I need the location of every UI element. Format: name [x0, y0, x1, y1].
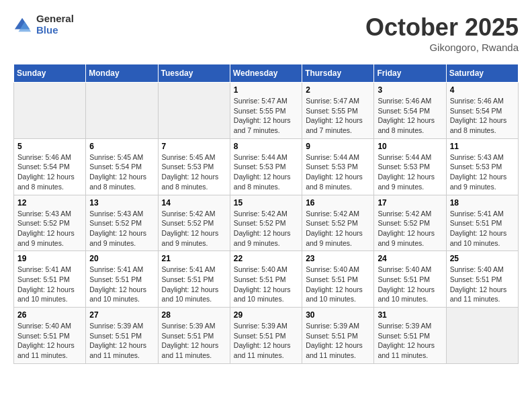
day-number: 16 — [306, 198, 370, 208]
day-info: Sunrise: 5:43 AMSunset: 5:52 PMDaylight:… — [89, 209, 154, 248]
title-block: October 2025 Gikongoro, Rwanda — [365, 13, 519, 53]
weekday-header-thursday: Thursday — [302, 64, 374, 83]
day-number: 8 — [234, 142, 298, 151]
calendar-cell: 19Sunrise: 5:41 AMSunset: 5:51 PMDayligh… — [14, 251, 86, 308]
calendar-cell: 25Sunrise: 5:40 AMSunset: 5:51 PMDayligh… — [446, 251, 518, 308]
calendar-cell: 13Sunrise: 5:43 AMSunset: 5:52 PMDayligh… — [86, 195, 158, 251]
day-number: 24 — [378, 254, 442, 263]
day-number: 9 — [306, 142, 370, 151]
day-number: 17 — [378, 198, 442, 208]
calendar-cell — [14, 83, 86, 139]
day-number: 18 — [450, 198, 515, 208]
day-info: Sunrise: 5:39 AMSunset: 5:51 PMDaylight:… — [234, 321, 298, 361]
calendar-cell: 1Sunrise: 5:47 AMSunset: 5:55 PMDaylight… — [230, 83, 302, 139]
calendar-cell — [446, 308, 518, 364]
calendar-cell: 6Sunrise: 5:45 AMSunset: 5:54 PMDaylight… — [86, 138, 158, 195]
calendar-cell: 26Sunrise: 5:40 AMSunset: 5:51 PMDayligh… — [14, 308, 86, 364]
calendar-cell: 3Sunrise: 5:46 AMSunset: 5:54 PMDaylight… — [374, 83, 446, 139]
weekday-header-wednesday: Wednesday — [230, 64, 302, 83]
day-number: 11 — [450, 142, 515, 151]
calendar-cell: 12Sunrise: 5:43 AMSunset: 5:52 PMDayligh… — [14, 195, 86, 251]
calendar-cell — [158, 83, 230, 139]
calendar-cell: 20Sunrise: 5:41 AMSunset: 5:51 PMDayligh… — [86, 251, 158, 308]
day-info: Sunrise: 5:40 AMSunset: 5:51 PMDaylight:… — [306, 265, 370, 304]
weekday-header-tuesday: Tuesday — [158, 64, 230, 83]
day-info: Sunrise: 5:41 AMSunset: 5:51 PMDaylight:… — [89, 265, 154, 304]
day-info: Sunrise: 5:40 AMSunset: 5:51 PMDaylight:… — [17, 321, 82, 361]
day-info: Sunrise: 5:42 AMSunset: 5:52 PMDaylight:… — [378, 209, 442, 248]
calendar-cell: 11Sunrise: 5:43 AMSunset: 5:53 PMDayligh… — [446, 138, 518, 195]
logo-blue: Blue — [36, 25, 74, 36]
week-row-1: 1Sunrise: 5:47 AMSunset: 5:55 PMDaylight… — [14, 83, 519, 139]
day-number: 13 — [89, 198, 154, 208]
day-info: Sunrise: 5:41 AMSunset: 5:51 PMDaylight:… — [162, 265, 226, 304]
day-info: Sunrise: 5:43 AMSunset: 5:52 PMDaylight:… — [17, 209, 82, 248]
logo-text: General Blue — [36, 13, 74, 36]
day-number: 30 — [306, 310, 370, 320]
calendar-cell: 7Sunrise: 5:45 AMSunset: 5:53 PMDaylight… — [158, 138, 230, 195]
page-header: General Blue October 2025 Gikongoro, Rwa… — [13, 13, 519, 53]
calendar-cell: 27Sunrise: 5:39 AMSunset: 5:51 PMDayligh… — [86, 308, 158, 364]
day-info: Sunrise: 5:42 AMSunset: 5:52 PMDaylight:… — [234, 209, 298, 248]
day-info: Sunrise: 5:44 AMSunset: 5:53 PMDaylight:… — [378, 152, 442, 192]
weekday-header-monday: Monday — [86, 64, 158, 83]
day-info: Sunrise: 5:47 AMSunset: 5:55 PMDaylight:… — [306, 96, 370, 136]
calendar-cell: 16Sunrise: 5:42 AMSunset: 5:52 PMDayligh… — [302, 195, 374, 251]
weekday-header-sunday: Sunday — [14, 64, 86, 83]
week-row-4: 19Sunrise: 5:41 AMSunset: 5:51 PMDayligh… — [14, 251, 519, 308]
calendar-cell: 8Sunrise: 5:44 AMSunset: 5:53 PMDaylight… — [230, 138, 302, 195]
calendar-cell: 2Sunrise: 5:47 AMSunset: 5:55 PMDaylight… — [302, 83, 374, 139]
day-number: 28 — [162, 310, 226, 320]
calendar-cell: 18Sunrise: 5:41 AMSunset: 5:51 PMDayligh… — [446, 195, 518, 251]
day-info: Sunrise: 5:45 AMSunset: 5:53 PMDaylight:… — [162, 152, 226, 192]
day-info: Sunrise: 5:40 AMSunset: 5:51 PMDaylight:… — [234, 265, 298, 304]
location-subtitle: Gikongoro, Rwanda — [365, 42, 519, 53]
day-number: 6 — [89, 142, 154, 151]
logo-icon — [13, 15, 32, 34]
day-number: 23 — [306, 254, 370, 263]
day-info: Sunrise: 5:41 AMSunset: 5:51 PMDaylight:… — [450, 209, 515, 248]
day-number: 29 — [234, 310, 298, 320]
day-info: Sunrise: 5:44 AMSunset: 5:53 PMDaylight:… — [306, 152, 370, 192]
day-info: Sunrise: 5:42 AMSunset: 5:52 PMDaylight:… — [306, 209, 370, 248]
calendar-cell: 31Sunrise: 5:39 AMSunset: 5:51 PMDayligh… — [374, 308, 446, 364]
day-info: Sunrise: 5:46 AMSunset: 5:54 PMDaylight:… — [378, 96, 442, 136]
day-number: 14 — [162, 198, 226, 208]
weekday-header-friday: Friday — [374, 64, 446, 83]
day-info: Sunrise: 5:46 AMSunset: 5:54 PMDaylight:… — [17, 152, 82, 192]
day-number: 10 — [378, 142, 442, 151]
calendar-cell: 14Sunrise: 5:42 AMSunset: 5:52 PMDayligh… — [158, 195, 230, 251]
day-number: 27 — [89, 310, 154, 320]
logo-general: General — [36, 13, 74, 25]
calendar-cell: 29Sunrise: 5:39 AMSunset: 5:51 PMDayligh… — [230, 308, 302, 364]
day-info: Sunrise: 5:40 AMSunset: 5:51 PMDaylight:… — [378, 265, 442, 304]
logo: General Blue — [13, 13, 74, 36]
day-number: 22 — [234, 254, 298, 263]
day-number: 15 — [234, 198, 298, 208]
week-row-5: 26Sunrise: 5:40 AMSunset: 5:51 PMDayligh… — [14, 308, 519, 364]
day-number: 4 — [450, 85, 515, 95]
day-number: 2 — [306, 85, 370, 95]
calendar-cell: 23Sunrise: 5:40 AMSunset: 5:51 PMDayligh… — [302, 251, 374, 308]
day-info: Sunrise: 5:42 AMSunset: 5:52 PMDaylight:… — [162, 209, 226, 248]
day-info: Sunrise: 5:39 AMSunset: 5:51 PMDaylight:… — [306, 321, 370, 361]
day-number: 26 — [17, 310, 82, 320]
calendar-cell: 30Sunrise: 5:39 AMSunset: 5:51 PMDayligh… — [302, 308, 374, 364]
calendar-cell: 10Sunrise: 5:44 AMSunset: 5:53 PMDayligh… — [374, 138, 446, 195]
calendar-cell: 21Sunrise: 5:41 AMSunset: 5:51 PMDayligh… — [158, 251, 230, 308]
day-info: Sunrise: 5:41 AMSunset: 5:51 PMDaylight:… — [17, 265, 82, 304]
day-number: 25 — [450, 254, 515, 263]
day-info: Sunrise: 5:40 AMSunset: 5:51 PMDaylight:… — [450, 265, 515, 304]
day-info: Sunrise: 5:46 AMSunset: 5:54 PMDaylight:… — [450, 96, 515, 136]
calendar-table: SundayMondayTuesdayWednesdayThursdayFrid… — [13, 64, 519, 364]
calendar-cell: 5Sunrise: 5:46 AMSunset: 5:54 PMDaylight… — [14, 138, 86, 195]
day-info: Sunrise: 5:43 AMSunset: 5:53 PMDaylight:… — [450, 152, 515, 192]
calendar-cell — [86, 83, 158, 139]
calendar-cell: 4Sunrise: 5:46 AMSunset: 5:54 PMDaylight… — [446, 83, 518, 139]
day-number: 7 — [162, 142, 226, 151]
weekday-header-saturday: Saturday — [446, 64, 518, 83]
calendar-cell: 24Sunrise: 5:40 AMSunset: 5:51 PMDayligh… — [374, 251, 446, 308]
day-number: 5 — [17, 142, 82, 151]
day-number: 20 — [89, 254, 154, 263]
day-number: 19 — [17, 254, 82, 263]
